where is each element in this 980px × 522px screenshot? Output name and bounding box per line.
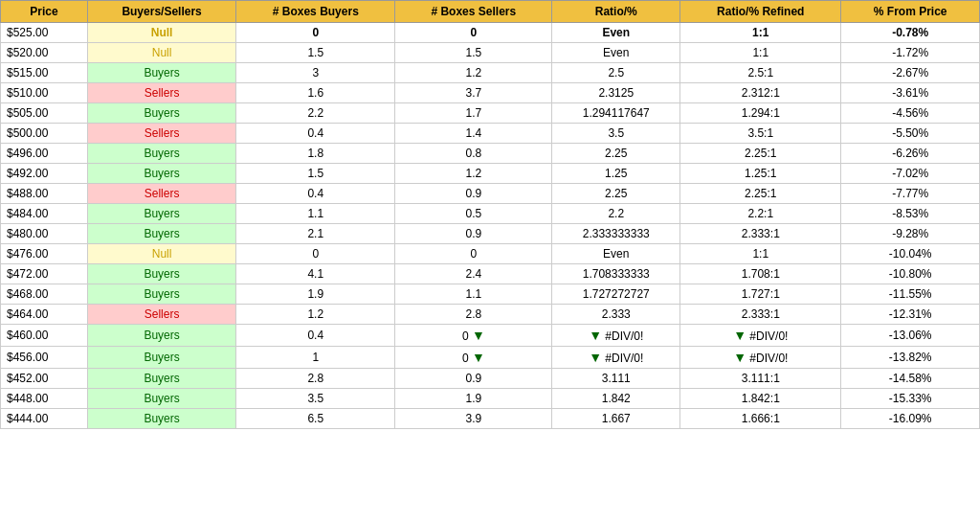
price-cell: $456.00 [1,347,88,369]
ratio-refined-cell: 1.294:1 [680,103,841,124]
price-cell: $492.00 [1,164,88,184]
col-header-from-price: % From Price [841,1,980,23]
main-container: Price Buyers/Sellers # Boxes Buyers # Bo… [0,0,980,429]
boxes-buyers-cell: 4.1 [236,264,395,284]
price-cell: $520.00 [1,43,88,63]
table-row: $515.00Buyers31.22.52.5:1-2.67% [1,63,980,83]
ratio-refined-cell: 1:1 [680,43,841,63]
col-header-ratio: Ratio/% [552,1,680,23]
price-table: Price Buyers/Sellers # Boxes Buyers # Bo… [0,0,980,429]
from-price-cell: -16.09% [841,409,980,429]
ratio-cell: 2.25 [552,184,680,204]
table-row: $505.00Buyers2.21.71.2941176471.294:1-4.… [1,103,980,124]
buyers-sellers-cell: Sellers [87,83,235,103]
buyers-sellers-cell: Sellers [87,305,235,325]
from-price-cell: -5.50% [841,124,980,144]
header-row: Price Buyers/Sellers # Boxes Buyers # Bo… [1,1,980,23]
table-row: $484.00Buyers1.10.52.22.2:1-8.53% [1,204,980,224]
from-price-cell: -14.58% [841,369,980,389]
table-body: $525.00Null00Even1:1-0.78%$520.00Null1.5… [1,23,980,429]
price-cell: $452.00 [1,369,88,389]
buyers-sellers-cell: Buyers [87,264,235,284]
table-row: $496.00Buyers1.80.82.252.25:1-6.26% [1,144,980,164]
ratio-cell: 1.667 [552,409,680,429]
boxes-buyers-cell: 3.5 [236,389,395,409]
col-header-price: Price [1,1,88,23]
buyers-sellers-cell: Null [87,43,235,63]
ratio-cell: Even [552,43,680,63]
boxes-buyers-cell: 6.5 [236,409,395,429]
boxes-sellers-cell: 1.7 [395,103,552,124]
table-row: $456.00Buyers10 ▼▼ #DIV/0!▼ #DIV/0!-13.8… [1,347,980,369]
from-price-cell: -2.67% [841,63,980,83]
col-header-boxes-buyers: # Boxes Buyers [236,1,395,23]
buyers-sellers-cell: Buyers [87,204,235,224]
ratio-refined-cell: 2.312:1 [680,83,841,103]
boxes-sellers-cell: 1.9 [395,389,552,409]
boxes-buyers-cell: 0 [236,244,395,264]
boxes-buyers-cell: 2.1 [236,224,395,244]
boxes-sellers-cell: 3.9 [395,409,552,429]
table-row: $480.00Buyers2.10.92.3333333332.333:1-9.… [1,224,980,244]
boxes-sellers-cell: 0 ▼ [395,325,552,347]
ratio-refined-cell: 1.25:1 [680,164,841,184]
arrow-icon: ▼ [733,350,746,365]
buyers-sellers-cell: Buyers [87,63,235,83]
price-cell: $468.00 [1,284,88,305]
ratio-refined-cell: 3.5:1 [680,124,841,144]
boxes-buyers-cell: 1.2 [236,305,395,325]
boxes-sellers-cell: 0 ▼ [395,347,552,369]
price-cell: $472.00 [1,264,88,284]
col-header-ratio-refined: Ratio/% Refined [680,1,841,23]
from-price-cell: -10.80% [841,264,980,284]
ratio-cell: 2.3125 [552,83,680,103]
price-cell: $460.00 [1,325,88,347]
price-cell: $488.00 [1,184,88,204]
table-row: $460.00Buyers0.40 ▼▼ #DIV/0!▼ #DIV/0!-13… [1,325,980,347]
boxes-buyers-cell: 1.8 [236,144,395,164]
from-price-cell: -13.06% [841,325,980,347]
boxes-sellers-cell: 1.5 [395,43,552,63]
ratio-cell: 1.727272727 [552,284,680,305]
from-price-cell: -10.04% [841,244,980,264]
ratio-cell: ▼ #DIV/0! [552,325,680,347]
boxes-buyers-cell: 0.4 [236,325,395,347]
buyers-sellers-cell: Buyers [87,409,235,429]
arrow-icon: ▼ [589,350,602,365]
price-cell: $510.00 [1,83,88,103]
boxes-sellers-cell: 2.8 [395,305,552,325]
ratio-refined-cell: 1.708:1 [680,264,841,284]
from-price-cell: -7.02% [841,164,980,184]
from-price-cell: -15.33% [841,389,980,409]
from-price-cell: -4.56% [841,103,980,124]
ratio-refined-cell: 2.5:1 [680,63,841,83]
ratio-cell: 2.5 [552,63,680,83]
from-price-cell: -13.82% [841,347,980,369]
boxes-sellers-cell: 1.2 [395,164,552,184]
ratio-refined-cell: 1.842:1 [680,389,841,409]
boxes-sellers-cell: 0.9 [395,224,552,244]
price-cell: $515.00 [1,63,88,83]
ratio-cell: 2.333 [552,305,680,325]
from-price-cell: -6.26% [841,144,980,164]
col-header-buyers-sellers: Buyers/Sellers [87,1,235,23]
price-cell: $444.00 [1,409,88,429]
boxes-sellers-cell: 0 [395,244,552,264]
boxes-sellers-cell: 0.9 [395,369,552,389]
boxes-sellers-cell: 0.5 [395,204,552,224]
boxes-sellers-cell: 1.1 [395,284,552,305]
table-row: $520.00Null1.51.5Even1:1-1.72% [1,43,980,63]
table-row: $492.00Buyers1.51.21.251.25:1-7.02% [1,164,980,184]
boxes-buyers-cell: 1.5 [236,43,395,63]
ratio-refined-cell: 1:1 [680,244,841,264]
price-cell: $480.00 [1,224,88,244]
buyers-sellers-cell: Sellers [87,184,235,204]
boxes-sellers-cell: 1.2 [395,63,552,83]
table-row: $464.00Sellers1.22.82.3332.333:1-12.31% [1,305,980,325]
ratio-refined-cell: 3.111:1 [680,369,841,389]
boxes-buyers-cell: 3 [236,63,395,83]
buyers-sellers-cell: Null [87,244,235,264]
ratio-cell: 3.5 [552,124,680,144]
ratio-refined-cell: 2.333:1 [680,305,841,325]
ratio-refined-cell: 2.333:1 [680,224,841,244]
